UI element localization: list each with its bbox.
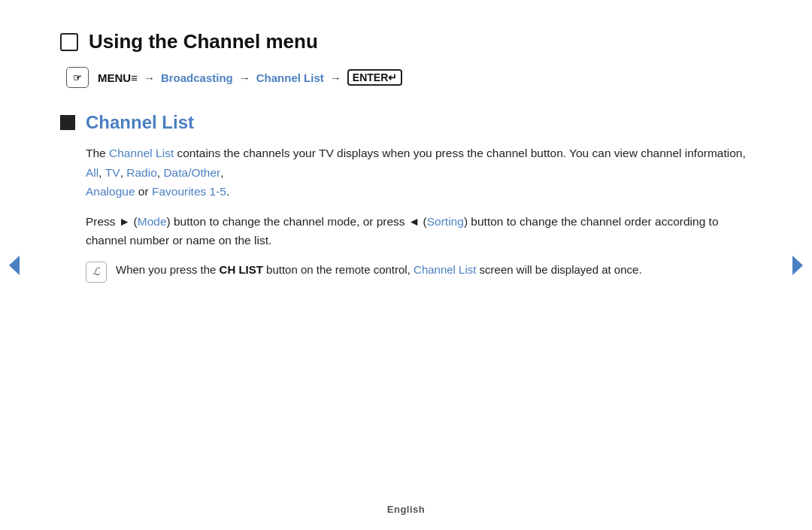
channel-list-note-link: Channel List xyxy=(414,263,476,276)
arrow2: → xyxy=(239,71,250,84)
page-footer: English xyxy=(387,504,425,515)
menu-label: MENU≡ xyxy=(98,71,138,84)
mode-link: Mode xyxy=(138,215,167,228)
comma2: , xyxy=(120,166,127,179)
channel-list-heading: Channel List xyxy=(86,112,194,133)
channel-list-inline-link: Channel List xyxy=(109,147,174,159)
body-paragraph-1: The Channel List contains the channels y… xyxy=(86,144,752,201)
or-text: or xyxy=(135,185,152,198)
favourites-link: Favourites 1-5 xyxy=(152,185,226,198)
dataother-link: Data/Other xyxy=(163,166,220,179)
note-row: ℒ When you press the CH LIST button on t… xyxy=(86,261,752,283)
note-text: When you press the CH LIST button on the… xyxy=(116,261,642,280)
body2-pre: Press ► ( xyxy=(86,215,138,228)
body1-pre: The xyxy=(86,147,109,159)
analogue-link: Analogue xyxy=(86,185,135,198)
comma4: , xyxy=(220,166,223,179)
arrow3: → xyxy=(330,71,341,84)
black-square-icon xyxy=(60,115,75,130)
arrow1: → xyxy=(144,71,155,84)
period1: . xyxy=(226,185,229,198)
all-link: All xyxy=(86,166,98,179)
note-icon: ℒ xyxy=(86,262,107,283)
section-title-row: Using the Channel menu xyxy=(60,30,752,53)
radio-link: Radio xyxy=(126,166,157,179)
comma1: , xyxy=(98,166,105,179)
channel-list-section: Channel List xyxy=(60,112,752,133)
body-paragraph-2: Press ► (Mode) button to change the chan… xyxy=(86,212,752,250)
broadcasting-link: Broadcasting xyxy=(161,71,233,84)
ch-list-bold: CH LIST xyxy=(220,263,263,276)
enter-icon: ENTER↵ xyxy=(347,69,402,86)
svg-rect-2 xyxy=(61,34,77,50)
menu-path-row: ☞ MENU≡ → Broadcasting → Channel List → … xyxy=(66,67,752,88)
body1-post: contains the channels your TV displays w… xyxy=(174,147,746,159)
tv-link: TV xyxy=(105,166,120,179)
sorting-link: Sorting xyxy=(427,215,464,228)
channel-list-link: Channel List xyxy=(256,71,324,84)
body2-mid1: ) button to change the channel mode, or … xyxy=(167,215,427,228)
section-title: Using the Channel menu xyxy=(89,30,318,53)
menu-icon: ☞ xyxy=(66,67,89,88)
note-pre: When you press the xyxy=(116,263,220,276)
checkbox-icon xyxy=(60,33,78,51)
note-post: button on the remote control, xyxy=(263,263,414,276)
note-end: screen will be displayed at once. xyxy=(476,263,641,276)
